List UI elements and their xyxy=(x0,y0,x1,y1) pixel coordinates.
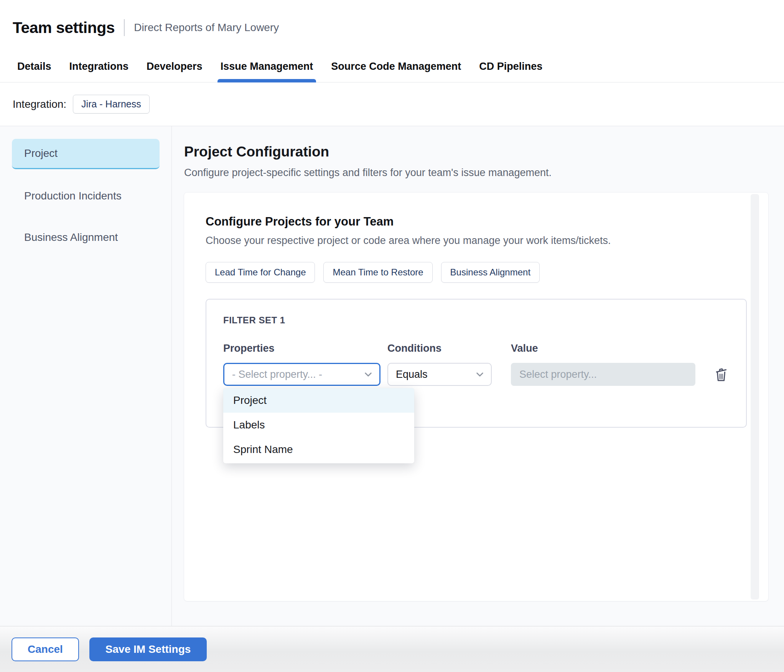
section-subtitle: Configure project-specific settings and … xyxy=(184,167,768,179)
delete-filter-button[interactable] xyxy=(713,366,729,382)
property-select-placeholder: - Select property... - xyxy=(232,369,322,380)
scrollbar-track[interactable] xyxy=(751,194,759,600)
card-subtitle: Choose your respective project or code a… xyxy=(206,235,747,247)
configure-projects-card: Configure Projects for your Team Choose … xyxy=(184,193,768,601)
conditions-column-label: Conditions xyxy=(387,343,492,354)
trash-icon xyxy=(713,366,729,382)
team-name-subtitle: Direct Reports of Mary Lowery xyxy=(134,21,279,34)
metric-chip-row: Lead Time for Change Mean Time to Restor… xyxy=(206,262,747,283)
tab-developers[interactable]: Developers xyxy=(147,61,203,82)
app-header: Team settings Direct Reports of Mary Low… xyxy=(0,0,784,45)
property-select[interactable]: - Select property... - xyxy=(223,363,380,386)
property-dropdown: Project Labels Sprint Name xyxy=(223,388,414,463)
chevron-down-icon xyxy=(475,369,485,379)
value-field-wrapper xyxy=(511,363,695,386)
integration-chip[interactable]: Jira - Harness xyxy=(73,95,150,114)
sidebar-item-production-incidents[interactable]: Production Incidents xyxy=(12,181,160,211)
header-divider xyxy=(124,19,125,36)
tab-issue-management[interactable]: Issue Management xyxy=(221,61,313,82)
tab-source-code-management[interactable]: Source Code Management xyxy=(331,61,461,82)
filter-set-1: FILTER SET 1 Properties Conditions Value… xyxy=(206,299,747,428)
property-select-wrapper: - Select property... - Project Labels Sp… xyxy=(223,363,380,386)
filter-controls-row: - Select property... - Project Labels Sp… xyxy=(223,363,729,386)
tab-cd-pipelines[interactable]: CD Pipelines xyxy=(479,61,542,82)
chip-business-alignment[interactable]: Business Alignment xyxy=(441,262,540,283)
sidebar-item-project[interactable]: Project xyxy=(12,139,160,169)
dropdown-option-project[interactable]: Project xyxy=(223,388,414,413)
sidebar-item-business-alignment[interactable]: Business Alignment xyxy=(12,223,160,252)
content-area: Project Production Incidents Business Al… xyxy=(0,126,784,626)
tab-details[interactable]: Details xyxy=(17,61,51,82)
footer-actions: Cancel Save IM Settings xyxy=(0,626,784,672)
save-im-settings-button[interactable]: Save IM Settings xyxy=(89,637,207,661)
cancel-button[interactable]: Cancel xyxy=(12,637,79,661)
value-input[interactable] xyxy=(511,363,695,386)
filter-column-labels: Properties Conditions Value xyxy=(223,343,729,354)
filter-set-title: FILTER SET 1 xyxy=(223,315,729,326)
page-title: Team settings xyxy=(13,19,115,37)
card-title: Configure Projects for your Team xyxy=(206,215,747,229)
section-title: Project Configuration xyxy=(184,144,768,160)
value-column-label: Value xyxy=(511,343,712,354)
settings-tabbar: Details Integrations Developers Issue Ma… xyxy=(0,45,784,82)
integration-row: Integration: Jira - Harness xyxy=(0,82,784,126)
chevron-down-icon xyxy=(363,369,373,379)
condition-select-value: Equals xyxy=(396,369,428,380)
dropdown-option-sprint-name[interactable]: Sprint Name xyxy=(223,437,414,462)
chip-lead-time-for-change[interactable]: Lead Time for Change xyxy=(206,262,315,283)
properties-column-label: Properties xyxy=(223,343,380,354)
condition-select[interactable]: Equals xyxy=(387,363,492,386)
dropdown-option-labels[interactable]: Labels xyxy=(223,413,414,437)
main-panel: Project Configuration Configure project-… xyxy=(172,126,784,626)
integration-label: Integration: xyxy=(13,98,66,110)
tab-integrations[interactable]: Integrations xyxy=(69,61,129,82)
chip-mean-time-to-restore[interactable]: Mean Time to Restore xyxy=(323,262,432,283)
im-sidebar: Project Production Incidents Business Al… xyxy=(0,126,172,626)
